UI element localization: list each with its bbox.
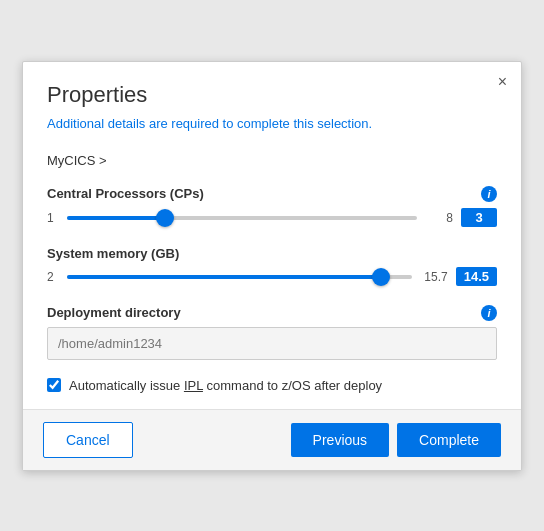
memory-min-label: 2 (47, 270, 59, 284)
cpu-label-text: Central Processors (CPs) (47, 186, 204, 201)
memory-field-label: System memory (GB) (47, 246, 497, 261)
dialog-header: Properties × Additional details are requ… (23, 62, 521, 153)
dialog-footer: Cancel Previous Complete (23, 409, 521, 470)
ipl-underline: IPL (184, 378, 203, 393)
memory-label-text: System memory (GB) (47, 246, 179, 261)
cancel-button[interactable]: Cancel (43, 422, 133, 458)
cpu-info-icon[interactable]: i (481, 186, 497, 202)
checkbox-label-post: command to z/OS after deploy (203, 378, 382, 393)
checkbox-row: Automatically issue IPL command to z/OS … (47, 378, 497, 393)
breadcrumb: MyCICS > (47, 153, 497, 168)
memory-field-row: System memory (GB) 2 15.7 14.5 (47, 246, 497, 287)
memory-slider-wrapper (67, 267, 412, 287)
cpu-value-display: 3 (461, 208, 497, 227)
directory-field-label: Deployment directory i (47, 305, 497, 321)
checkbox-label: Automatically issue IPL command to z/OS … (69, 378, 382, 393)
directory-label-text: Deployment directory (47, 305, 181, 320)
close-button[interactable]: × (498, 74, 507, 90)
previous-button[interactable]: Previous (291, 423, 389, 457)
cpu-field-label: Central Processors (CPs) i (47, 186, 497, 202)
cpu-min-label: 1 (47, 211, 59, 225)
complete-button[interactable]: Complete (397, 423, 501, 457)
dialog-title: Properties (47, 82, 497, 108)
cpu-slider-row: 1 8 3 (47, 208, 497, 228)
dialog-body: MyCICS > Central Processors (CPs) i 1 8 … (23, 153, 521, 409)
checkbox-label-pre: Automatically issue (69, 378, 184, 393)
cpu-max-label: 8 (425, 211, 453, 225)
memory-max-label: 15.7 (420, 270, 448, 284)
properties-dialog: Properties × Additional details are requ… (22, 61, 522, 471)
memory-value-display: 14.5 (456, 267, 497, 286)
footer-right-buttons: Previous Complete (291, 423, 501, 457)
ipl-checkbox[interactable] (47, 378, 61, 392)
directory-info-icon[interactable]: i (481, 305, 497, 321)
directory-input[interactable] (47, 327, 497, 360)
directory-field-row: Deployment directory i (47, 305, 497, 360)
cpu-field-row: Central Processors (CPs) i 1 8 3 (47, 186, 497, 228)
dialog-subtitle: Additional details are required to compl… (47, 116, 497, 131)
cpu-slider-wrapper (67, 208, 417, 228)
memory-slider-row: 2 15.7 14.5 (47, 267, 497, 287)
